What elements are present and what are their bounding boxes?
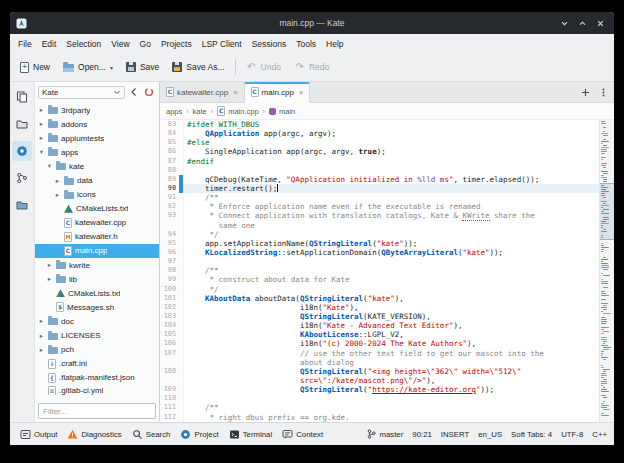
project-selector[interactable]: Kate xyxy=(38,86,125,99)
input-mode[interactable]: INSERT xyxy=(441,430,469,439)
git-branch[interactable]: master xyxy=(367,429,403,439)
expand-arrow-icon[interactable]: ▸ xyxy=(38,346,45,354)
code-row[interactable]: 109 QStringLiteral("https://kate-editor.… xyxy=(160,385,601,394)
breadcrumb-main-cpp[interactable]: main.cpp xyxy=(217,106,258,116)
expand-arrow-icon[interactable]: ▸ xyxy=(38,120,45,128)
code-row[interactable]: 92 * Enforce application name even if th… xyxy=(160,202,601,211)
terminal-toggle-button[interactable]: Terminal xyxy=(224,425,277,443)
save-as-button[interactable]: Save As... xyxy=(166,56,230,78)
open-button[interactable]: Open...▾ xyxy=(57,56,119,78)
undo-button[interactable]: Undo xyxy=(240,56,287,78)
expand-arrow-icon[interactable]: ▸ xyxy=(46,261,53,269)
menu-view[interactable]: View xyxy=(106,37,134,51)
tree-item-pch[interactable]: ▸pch xyxy=(35,343,159,357)
tree-item-katewaiter-h[interactable]: katewaiter.h xyxy=(35,230,159,244)
code-row[interactable]: 90 timer.restart(); xyxy=(160,184,601,193)
code-lines[interactable]: 83#ifdef WITH_DBUS84 QApplication app(ar… xyxy=(160,120,614,422)
indent-mode[interactable]: Soft Tabs: 4 xyxy=(511,430,552,439)
menu-file[interactable]: File xyxy=(13,37,37,51)
code-row[interactable]: 102 i18n("Kate"), xyxy=(160,303,601,312)
code-row[interactable]: src=\":/kate/mascot.png\"/>"), xyxy=(160,376,601,385)
code-row[interactable]: 110 xyxy=(160,394,601,403)
tree-item-kate[interactable]: ▾kate xyxy=(35,159,159,173)
menu-sessions[interactable]: Sessions xyxy=(247,37,292,51)
code-row[interactable]: 100 */ xyxy=(160,285,601,294)
code-row[interactable]: about dialog xyxy=(160,358,601,367)
tree-item-craft-ini[interactable]: .craft.ini xyxy=(35,357,159,371)
breadcrumb-apps[interactable]: apps xyxy=(166,107,182,116)
tree-item-flatpak-manifest-json[interactable]: .flatpak-manifest.json xyxy=(35,371,159,385)
tree-item-cmakelists-txt[interactable]: CMakeLists.txt xyxy=(35,286,159,300)
output-toggle-button[interactable]: Output xyxy=(15,425,62,443)
code-row[interactable]: 98 /** xyxy=(160,266,601,275)
code-row[interactable]: 112 * right dbus prefix == org.kde. xyxy=(160,413,601,422)
minimize-button[interactable] xyxy=(556,15,572,31)
code-row[interactable]: 87#endif xyxy=(160,157,601,166)
redo-button[interactable]: Redo xyxy=(288,56,335,78)
expand-arrow-icon[interactable]: ▸ xyxy=(38,332,45,340)
code-row[interactable]: 95 app.setApplicationName(QStringLiteral… xyxy=(160,239,601,248)
filter-input[interactable] xyxy=(38,403,156,419)
code-row[interactable]: 85#else xyxy=(160,138,601,147)
menu-edit[interactable]: Edit xyxy=(37,37,62,51)
code-row[interactable]: 88 xyxy=(160,166,601,175)
code-row[interactable]: 108 QStringLiteral("<img height=\"362\" … xyxy=(160,367,601,376)
toolview-projects-button[interactable] xyxy=(12,141,32,161)
tab-close-icon[interactable]: × xyxy=(299,88,303,97)
tree-item-apps[interactable]: ▾apps xyxy=(35,145,159,159)
collapse-arrow-icon[interactable]: ▾ xyxy=(38,148,45,156)
tree-item-katewaiter-cpp[interactable]: katewaiter.cpp xyxy=(35,216,159,230)
code-row[interactable]: 101 KAboutData aboutData(QStringLiteral(… xyxy=(160,294,601,303)
code-row[interactable]: 96 KLocalizedString::setApplicationDomai… xyxy=(160,248,601,257)
code-row[interactable]: 107 // use the other text field to get o… xyxy=(160,349,601,358)
tree-item-data[interactable]: ▸data xyxy=(35,173,159,187)
expand-arrow-icon[interactable]: ▸ xyxy=(54,191,61,199)
tree-item-main-cpp[interactable]: main.cpp xyxy=(35,244,159,258)
toolview-git-button[interactable] xyxy=(12,168,32,188)
tree-item-messages-sh[interactable]: Messages.sh xyxy=(35,300,159,314)
code-row[interactable]: 99 * construct about data for Kate xyxy=(160,275,601,284)
expand-arrow-icon[interactable]: ▸ xyxy=(38,134,45,142)
breadcrumb-kate[interactable]: kate xyxy=(193,107,207,116)
code-row[interactable]: 83#ifdef WITH_DBUS xyxy=(160,120,601,129)
code-row[interactable]: 97 xyxy=(160,257,601,266)
tree-item-appiumtests[interactable]: ▸appiumtests xyxy=(35,131,159,145)
tab-katewaiter-cpp[interactable]: katewaiter.cpp× xyxy=(160,82,245,102)
project-toggle-button[interactable]: Project xyxy=(175,425,223,443)
back-button[interactable] xyxy=(127,85,141,99)
encoding[interactable]: UTF-8 xyxy=(561,430,583,439)
expand-arrow-icon[interactable]: ▸ xyxy=(38,317,45,325)
search-toggle-button[interactable]: Search xyxy=(127,425,176,443)
menu-tools[interactable]: Tools xyxy=(291,37,321,51)
tab-main-cpp[interactable]: main.cpp× xyxy=(245,82,311,103)
dictionary[interactable]: en_US xyxy=(478,430,502,439)
new-tab-button[interactable] xyxy=(578,85,593,100)
menu-projects[interactable]: Projects xyxy=(156,37,197,51)
menu-lsp-client[interactable]: LSP Client xyxy=(197,37,247,51)
toolview-filesystem-button[interactable] xyxy=(12,114,32,134)
code-row[interactable]: 104 i18n("Kate - Advanced Text Editor"), xyxy=(160,321,601,330)
toolview-documents-button[interactable] xyxy=(12,87,32,107)
code-row[interactable]: 84 QApplication app(argc, argv); xyxy=(160,129,601,138)
tree-item-icons[interactable]: ▸icons xyxy=(35,188,159,202)
code-row[interactable]: 91 /** xyxy=(160,193,601,202)
expand-arrow-icon[interactable]: ▸ xyxy=(38,106,45,114)
code-editor[interactable]: 83#ifdef WITH_DBUS84 QApplication app(ar… xyxy=(160,120,614,422)
code-row[interactable]: 105 KAboutLicense::LGPL_V2, xyxy=(160,330,601,339)
close-button[interactable] xyxy=(592,15,608,31)
diagnostics-toggle-button[interactable]: Diagnostics xyxy=(62,425,126,443)
minimap-viewport[interactable] xyxy=(600,183,614,239)
code-row[interactable]: 111 /** xyxy=(160,403,601,412)
reload-button[interactable] xyxy=(142,85,156,99)
code-row[interactable]: 103 QStringLiteral(KATE_VERSION), xyxy=(160,312,601,321)
expand-arrow-icon[interactable]: ▸ xyxy=(54,177,61,185)
context-toggle-button[interactable]: Context xyxy=(277,425,328,443)
breadcrumb-main[interactable]: main xyxy=(269,107,295,116)
tree-item-addons[interactable]: ▸addons xyxy=(35,117,159,131)
menu-help[interactable]: Help xyxy=(321,37,348,51)
code-row[interactable]: 86 SingleApplication app(argc, argv, tru… xyxy=(160,147,601,156)
tab-overflow-button[interactable] xyxy=(596,85,611,100)
code-row[interactable]: 106 i18n("(c) 2000-2024 The Kate Authors… xyxy=(160,339,601,348)
expand-arrow-icon[interactable]: ▸ xyxy=(46,275,53,283)
menu-selection[interactable]: Selection xyxy=(61,37,106,51)
